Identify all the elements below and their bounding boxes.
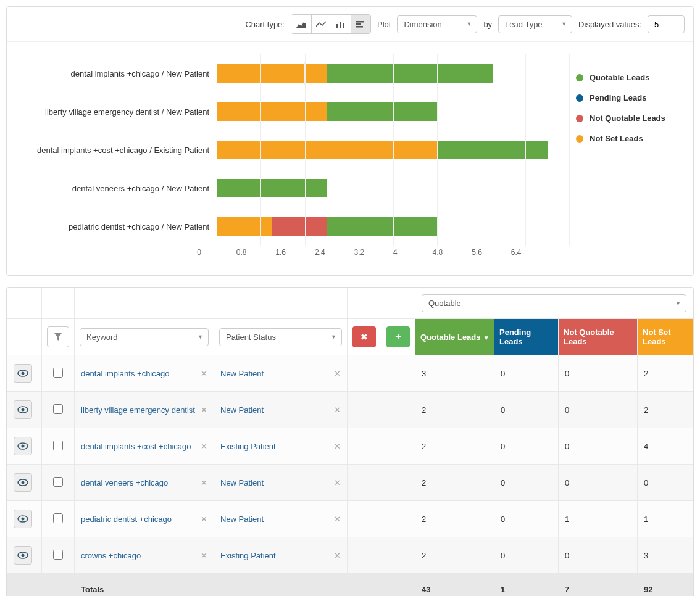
view-row-button[interactable] — [14, 400, 32, 419]
clear-icon[interactable]: ✕ — [201, 405, 207, 415]
sort-desc-icon: ▾ — [485, 334, 488, 341]
status-link[interactable]: New Patient — [220, 478, 264, 487]
view-row-button[interactable] — [14, 473, 32, 492]
chart-row: dental implants +cost +chicago / Existin… — [19, 131, 570, 169]
svg-point-18 — [22, 554, 25, 557]
view-row-button[interactable] — [14, 437, 32, 455]
clear-icon[interactable]: ✕ — [201, 442, 207, 451]
legend-notquotable[interactable]: Not Quotable Leads — [576, 114, 675, 123]
bar-segment[interactable] — [217, 141, 438, 159]
remove-dimension-button[interactable]: ✖ — [352, 326, 376, 347]
charttype-line-button[interactable] — [311, 15, 331, 33]
eye-icon — [17, 515, 28, 523]
chart-row: dental veneers +chicago / New Patient — [19, 169, 570, 207]
col-pending[interactable]: Pending Leads — [494, 319, 559, 355]
col-quotable[interactable]: Quotable Leads▾ — [415, 319, 494, 355]
charttype-column-button[interactable] — [331, 15, 351, 33]
bar-segment[interactable] — [327, 64, 493, 83]
category-label: pediatric dentist +chicago / New Patient — [19, 222, 217, 231]
dimension2-select[interactable]: Patient Status — [219, 328, 342, 346]
dimension1-select[interactable]: Keyword — [80, 328, 209, 346]
displayed-label: Displayed values: — [578, 20, 641, 29]
keyword-link[interactable]: dental implants +cost +chicago — [81, 442, 191, 451]
clear-icon[interactable]: ✕ — [334, 369, 341, 378]
clear-icon[interactable]: ✕ — [334, 478, 341, 487]
svg-rect-3 — [343, 23, 344, 28]
bar-segment[interactable] — [438, 141, 548, 159]
keyword-link[interactable]: pediatric dentist +chicago — [81, 515, 172, 524]
status-link[interactable]: Existing Patient — [220, 551, 276, 560]
legend-quotable[interactable]: Quotable Leads — [576, 73, 675, 82]
bar-segment[interactable] — [217, 64, 327, 83]
svg-rect-5 — [356, 23, 361, 25]
status-link[interactable]: New Patient — [220, 369, 264, 378]
view-row-button[interactable] — [14, 510, 32, 528]
charttype-hbar-button[interactable] — [351, 15, 370, 33]
bar-segment[interactable] — [327, 217, 438, 236]
row-checkbox[interactable] — [53, 368, 63, 378]
eye-icon — [17, 406, 28, 413]
table-row: dental implants +cost +chicago✕Existing … — [7, 428, 693, 465]
view-row-button[interactable] — [14, 546, 32, 565]
bar-segment[interactable] — [217, 179, 327, 197]
svg-rect-2 — [340, 22, 341, 28]
clear-icon[interactable]: ✕ — [334, 405, 341, 415]
add-dimension-button[interactable]: + — [386, 326, 410, 347]
funnel-icon — [54, 333, 62, 341]
col-notquotable[interactable]: Not Quotable Leads — [559, 319, 638, 355]
status-link[interactable]: New Patient — [220, 405, 264, 415]
clear-icon[interactable]: ✕ — [201, 478, 207, 487]
view-row-button[interactable] — [14, 364, 32, 383]
row-checkbox[interactable] — [53, 404, 63, 414]
x-tick: 1.6 — [275, 248, 315, 257]
bar — [217, 101, 570, 123]
bar-segment[interactable] — [272, 217, 327, 236]
bar-segment[interactable] — [217, 102, 327, 121]
category-label: dental implants +cost +chicago / Existin… — [19, 146, 217, 155]
clear-icon[interactable]: ✕ — [201, 551, 207, 560]
filter-button[interactable] — [47, 326, 69, 347]
chart-row: pediatric dentist +chicago / New Patient — [19, 207, 570, 246]
table-row: dental veneers +chicago✕New Patient✕2000 — [7, 465, 693, 501]
displayed-values-input[interactable] — [648, 15, 685, 33]
legend-notset[interactable]: Not Set Leads — [576, 134, 675, 143]
clear-icon[interactable]: ✕ — [201, 515, 207, 524]
clear-icon[interactable]: ✕ — [334, 551, 341, 560]
by-select[interactable]: Lead Type — [498, 15, 572, 33]
svg-point-8 — [22, 372, 25, 375]
plot-select[interactable]: Dimension — [397, 15, 477, 33]
row-checkbox[interactable] — [53, 477, 63, 487]
clear-icon[interactable]: ✕ — [334, 442, 341, 451]
x-tick: 0.8 — [236, 248, 276, 257]
circle-icon — [576, 115, 583, 122]
chart-toolbar: Chart type: Plot Dimension by Lead Type … — [7, 7, 693, 42]
col-notset[interactable]: Not Set Leads — [638, 319, 693, 355]
clear-icon[interactable]: ✕ — [201, 369, 207, 378]
circle-icon — [576, 135, 583, 143]
bar-segment[interactable] — [327, 102, 438, 121]
chart-panel: Chart type: Plot Dimension by Lead Type … — [6, 6, 694, 276]
x-tick: 3.2 — [354, 248, 393, 257]
charttype-area-button[interactable] — [291, 15, 311, 33]
bar — [217, 177, 570, 199]
keyword-link[interactable]: dental veneers +chicago — [81, 478, 168, 487]
bar — [217, 215, 570, 238]
status-link[interactable]: New Patient — [220, 515, 264, 524]
row-checkbox[interactable] — [53, 441, 63, 450]
clear-icon[interactable]: ✕ — [334, 515, 341, 524]
bar-segment[interactable] — [217, 217, 272, 236]
row-checkbox[interactable] — [53, 550, 63, 560]
charttype-label: Chart type: — [245, 20, 285, 29]
keyword-link[interactable]: crowns +chicago — [81, 551, 141, 560]
keyword-link[interactable]: dental implants +chicago — [81, 369, 169, 378]
category-label: liberty village emergency dentist / New … — [19, 107, 217, 117]
svg-rect-1 — [336, 24, 338, 28]
status-link[interactable]: Existing Patient — [220, 442, 276, 451]
circle-icon — [576, 74, 583, 81]
metric-select[interactable]: Quotable — [422, 294, 686, 312]
svg-point-14 — [22, 481, 25, 484]
keyword-link[interactable]: liberty village emergency dentist — [81, 405, 195, 415]
row-checkbox[interactable] — [53, 513, 63, 523]
svg-point-10 — [22, 408, 25, 412]
legend-pending[interactable]: Pending Leads — [576, 93, 675, 102]
